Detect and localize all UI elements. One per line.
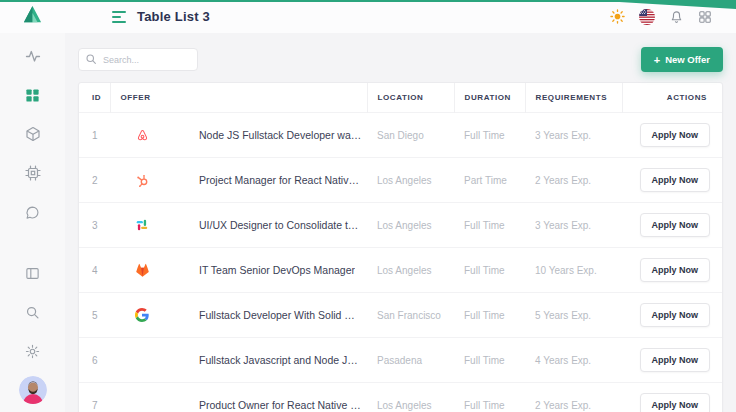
cell-id: 4 xyxy=(79,248,110,293)
table-row: 1Node JS Fullstack Developer wanted ▯San… xyxy=(79,113,722,158)
cell-actions: Apply Now xyxy=(622,158,722,203)
search-icon xyxy=(25,305,40,324)
cell-duration: Full Time xyxy=(454,383,525,412)
cell-location: San Francisco xyxy=(367,293,454,338)
sidebar-item-messages[interactable] xyxy=(20,201,46,227)
cell-offer: Fullstack Developer With Solid MongoDB S… xyxy=(110,293,367,338)
user-avatar[interactable] xyxy=(19,376,47,404)
offers-table-card: ID OFFER LOCATION DURATION REQUIREMENTS … xyxy=(78,82,723,412)
cell-location: Los Angeles xyxy=(367,383,454,412)
chat-bubble-icon xyxy=(25,205,40,224)
offers-table: ID OFFER LOCATION DURATION REQUIREMENTS … xyxy=(79,83,722,412)
box-icon xyxy=(25,126,41,146)
column-header-offer: OFFER xyxy=(110,83,367,113)
search-box xyxy=(78,48,198,71)
sidebar-item-dashboard[interactable] xyxy=(20,84,46,110)
sidebar-item-activity[interactable] xyxy=(20,45,46,71)
column-header-duration: DURATION xyxy=(454,83,525,113)
cell-actions: Apply Now xyxy=(622,248,722,293)
column-header-actions: ACTIONS xyxy=(622,83,722,113)
apply-now-button[interactable]: Apply Now xyxy=(640,123,711,147)
cell-offer: UI/UX Designer to Consolidate the UX Tea… xyxy=(110,203,367,248)
no-icon xyxy=(134,352,150,368)
cell-duration: Full Time xyxy=(454,248,525,293)
apply-now-button[interactable]: Apply Now xyxy=(640,348,711,372)
plus-icon: + xyxy=(654,56,660,64)
page-title: Table List 3 xyxy=(137,9,210,24)
cell-id: 1 xyxy=(79,113,110,158)
cell-actions: Apply Now xyxy=(622,293,722,338)
cell-id: 7 xyxy=(79,383,110,412)
cell-actions: Apply Now xyxy=(622,383,722,412)
apply-now-button[interactable]: Apply Now xyxy=(640,393,711,412)
offer-title: Project Manager for React Native Project xyxy=(199,174,363,186)
toolbar: + New Offer xyxy=(65,33,736,82)
cell-requirements: 5 Years Exp. xyxy=(525,293,622,338)
cell-duration: Part Time xyxy=(454,158,525,203)
sidebar-item-layout[interactable] xyxy=(20,262,46,288)
cell-actions: Apply Now xyxy=(622,113,722,158)
cpu-icon xyxy=(25,165,41,185)
logo-triangle-icon xyxy=(20,2,45,31)
offer-title: IT Team Senior DevOps Manager xyxy=(199,264,355,276)
cell-requirements: 2 Years Exp. xyxy=(525,158,622,203)
cell-actions: Apply Now xyxy=(622,338,722,383)
apply-now-button[interactable]: Apply Now xyxy=(640,168,711,192)
apply-now-button[interactable]: Apply Now xyxy=(640,303,711,327)
column-header-id: ID xyxy=(79,83,110,113)
sidebar xyxy=(0,33,65,412)
cell-requirements: 4 Years Exp. xyxy=(525,338,622,383)
apps-grid-icon[interactable] xyxy=(698,10,712,24)
offer-title: Product Owner for React Native Project xyxy=(199,399,363,411)
cell-duration: Full Time xyxy=(454,338,525,383)
activity-icon xyxy=(25,48,41,68)
cell-requirements: 3 Years Exp. xyxy=(525,203,622,248)
cell-requirements: 2 Years Exp. xyxy=(525,383,622,412)
sidebar-item-system[interactable] xyxy=(20,162,46,188)
offer-title: Fullstack Javascript and Node JS Develop… xyxy=(199,354,363,366)
cell-offer: Product Owner for React Native Project xyxy=(110,383,367,412)
table-row: 7Product Owner for React Native ProjectL… xyxy=(79,383,722,412)
cell-offer: Node JS Fullstack Developer wanted ▯ xyxy=(110,113,367,158)
cell-requirements: 3 Years Exp. xyxy=(525,113,622,158)
cell-offer: IT Team Senior DevOps Manager xyxy=(110,248,367,293)
cell-actions: Apply Now xyxy=(622,203,722,248)
dashboard-grid-icon xyxy=(25,88,40,107)
table-row: 5Fullstack Developer With Solid MongoDB … xyxy=(79,293,722,338)
app-logo[interactable] xyxy=(0,2,65,31)
apply-now-button[interactable]: Apply Now xyxy=(640,258,711,282)
us-flag-icon[interactable] xyxy=(639,9,655,25)
layout-icon xyxy=(25,266,40,285)
offer-title: UI/UX Designer to Consolidate the UX Tea… xyxy=(199,219,363,231)
cell-offer: Project Manager for React Native Project xyxy=(110,158,367,203)
table-row: 6Fullstack Javascript and Node JS Develo… xyxy=(79,338,722,383)
google-icon xyxy=(134,307,150,323)
cell-id: 6 xyxy=(79,338,110,383)
sidebar-item-products[interactable] xyxy=(20,123,46,149)
main-content: + New Offer ID OFFER LOCATION DURATION R… xyxy=(65,33,736,412)
hubspot-icon xyxy=(134,172,150,188)
cell-location: San Diego xyxy=(367,113,454,158)
search-input-icon xyxy=(85,53,97,65)
theme-sun-icon[interactable] xyxy=(610,9,625,24)
table-body: 1Node JS Fullstack Developer wanted ▯San… xyxy=(79,113,722,412)
column-header-location: LOCATION xyxy=(367,83,454,113)
apply-now-button[interactable]: Apply Now xyxy=(640,213,711,237)
column-header-requirements: REQUIREMENTS xyxy=(525,83,622,113)
cell-id: 5 xyxy=(79,293,110,338)
settings-gear-icon xyxy=(25,344,40,363)
table-header-row: ID OFFER LOCATION DURATION REQUIREMENTS … xyxy=(79,83,722,113)
notifications-bell-icon[interactable] xyxy=(669,9,684,24)
cell-location: Pasadena xyxy=(367,338,454,383)
cell-location: Los Angeles xyxy=(367,203,454,248)
topbar: Table List 3 xyxy=(0,0,736,33)
gitlab-icon xyxy=(134,262,150,278)
sidebar-item-settings[interactable] xyxy=(20,340,46,366)
sidebar-toggle-button[interactable] xyxy=(112,11,126,23)
sidebar-item-search[interactable] xyxy=(20,301,46,327)
new-offer-button[interactable]: + New Offer xyxy=(641,47,723,72)
cell-location: Los Angeles xyxy=(367,248,454,293)
cell-duration: Full Time xyxy=(454,113,525,158)
offer-title: Node JS Fullstack Developer wanted ▯ xyxy=(199,129,363,141)
airbnb-icon xyxy=(134,127,150,143)
